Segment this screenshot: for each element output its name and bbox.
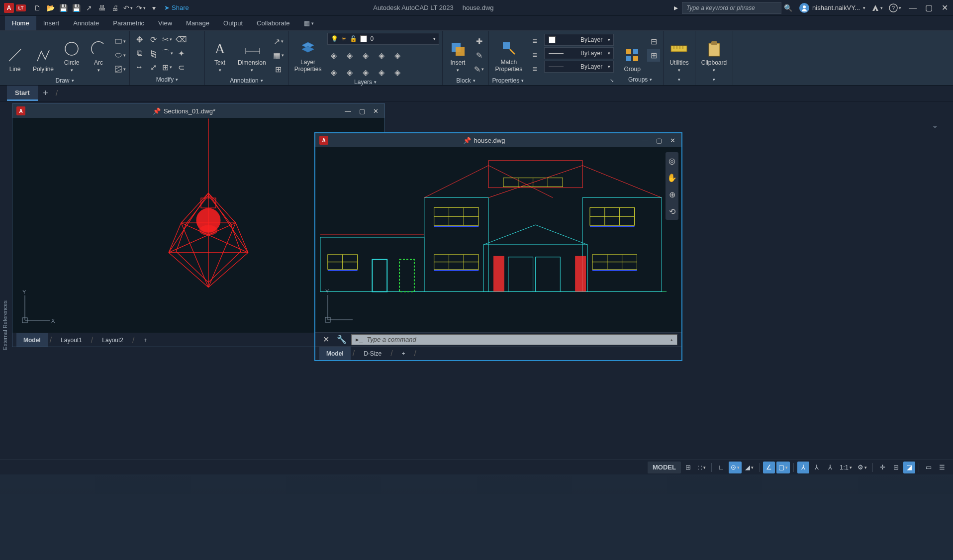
sb-iso-icon[interactable]: ◢ <box>743 462 756 473</box>
array-icon[interactable]: ⊞ <box>161 61 174 74</box>
undo-icon[interactable]: ↶ <box>121 1 134 14</box>
polyline-button[interactable]: Polyline <box>30 33 57 74</box>
tab-home[interactable]: Home <box>5 16 36 30</box>
sb-snap-icon[interactable]: ⸬ <box>696 462 708 473</box>
saveas-icon[interactable]: 💾 <box>70 1 83 14</box>
sb-polar-icon[interactable]: ⊙ <box>729 462 742 473</box>
dimension-button[interactable]: Dimension ▾ <box>235 33 269 74</box>
layer-make-icon[interactable]: ◈ <box>391 49 404 62</box>
sb-ortho-icon[interactable]: ∟ <box>715 462 727 473</box>
panel-annotation-title[interactable]: Annotation ▾ <box>208 76 285 85</box>
sb-clean-icon[interactable]: ▭ <box>923 462 935 473</box>
edit-block-icon[interactable]: ✎ <box>473 49 485 62</box>
erase-icon[interactable]: ⌫ <box>175 33 188 46</box>
file-tab-add[interactable]: + <box>38 88 54 98</box>
layer-unlock-icon[interactable]: ◈ <box>359 66 372 79</box>
utilities-button[interactable]: Utilities ▾ <box>667 33 692 74</box>
doc-maximize-icon[interactable]: ▢ <box>654 137 664 144</box>
tab-collaborate[interactable]: Collaborate <box>250 16 297 30</box>
redo-icon[interactable]: ↷ <box>134 1 147 14</box>
layout-tab-layout1[interactable]: Layout1 <box>54 333 89 347</box>
insert-button[interactable]: Insert ▾ <box>446 33 470 74</box>
layer-lock-icon[interactable]: ◈ <box>359 49 372 62</box>
panel-clipboard-title[interactable]: ▾ <box>698 74 730 85</box>
sb-anno-icon[interactable]: ⅄ <box>797 462 809 473</box>
explode-icon[interactable]: ✦ <box>175 47 188 60</box>
panel-utilities-title[interactable]: ▾ <box>667 74 692 85</box>
web-icon[interactable]: ↗ <box>83 1 95 14</box>
file-tab-start[interactable]: Start <box>7 86 38 101</box>
sb-anno3-icon[interactable]: ⅄ <box>824 462 836 473</box>
nav-orbit-icon[interactable]: ⟲ <box>666 205 678 218</box>
layer-freeze-icon[interactable]: ◈ <box>343 49 356 62</box>
scale-icon[interactable]: ⤢ <box>147 61 160 74</box>
new-icon[interactable]: 🗋 <box>31 1 44 14</box>
command-input[interactable]: ▸_ Type a command ▴ <box>351 334 677 345</box>
sb-grid-icon[interactable]: ⊞ <box>682 462 694 473</box>
minimize-icon[interactable]: — <box>908 3 917 12</box>
doc-titlebar-sections[interactable]: A 📌Sections_01.dwg* — ▢ ✕ <box>12 104 384 118</box>
sb-otrack-icon[interactable]: ▢ <box>776 462 790 473</box>
layout-tab-model[interactable]: Model <box>16 333 48 347</box>
arc-button[interactable]: Arc ▾ <box>87 33 110 74</box>
tab-insert[interactable]: Insert <box>36 16 67 30</box>
open-icon[interactable]: 📂 <box>44 1 57 14</box>
nav-pan-icon[interactable]: ✋ <box>666 171 678 184</box>
group-edit-icon[interactable]: ⊞ <box>647 49 660 62</box>
maximize-icon[interactable]: ▢ <box>924 3 933 12</box>
sb-units-icon[interactable]: ⊞ <box>890 462 902 473</box>
tab-view[interactable]: View <box>151 16 179 30</box>
layout-tab-dsize[interactable]: D-Size <box>357 347 388 360</box>
layout-tab-layout2[interactable]: Layout2 <box>95 333 130 347</box>
sb-scale-button[interactable]: 1:1 <box>838 462 854 473</box>
layout-tab-model-house[interactable]: Model <box>319 347 351 360</box>
prop-icon-3[interactable]: ≡ <box>528 63 541 76</box>
line-button[interactable]: Line <box>3 33 27 74</box>
clipboard-button[interactable]: Clipboard ▾ <box>698 33 730 74</box>
table2-icon[interactable]: ⊞ <box>272 63 285 76</box>
create-block-icon[interactable]: ✚ <box>473 35 485 48</box>
plot-icon[interactable]: 🖶 <box>95 1 108 14</box>
panel-modify-title[interactable]: Modify ▾ <box>133 74 201 85</box>
cmd-wrench-icon[interactable]: 🔧 <box>335 333 348 346</box>
sb-model-button[interactable]: MODEL <box>648 462 681 473</box>
layer-thaw-icon[interactable]: ◈ <box>343 66 356 79</box>
layer-combo[interactable]: 💡 ☀ 🔓 0 ▾ <box>327 33 439 45</box>
ungroup-icon[interactable]: ⊟ <box>647 35 660 48</box>
layer-off-icon[interactable]: ◈ <box>327 49 340 62</box>
workspace-collapse-icon[interactable]: ⌄ <box>932 120 938 130</box>
canvas-house[interactable]: ◎ ✋ ⊕ ⟲ Y <box>315 147 681 332</box>
panel-layers-title[interactable]: Layers ▾ <box>291 79 440 86</box>
tab-featured[interactable]: ▦▾ <box>297 16 321 30</box>
layer-properties-button[interactable]: Layer Properties <box>291 33 325 74</box>
layer-on-icon[interactable]: ◈ <box>327 66 340 79</box>
doc-close-icon[interactable]: ✕ <box>371 107 381 115</box>
trim-icon[interactable]: ✂ <box>161 33 174 46</box>
doc-minimize-icon[interactable]: — <box>640 137 650 144</box>
text-button[interactable]: A Text ▾ <box>208 33 232 74</box>
qat-dropdown-icon[interactable]: ▾ <box>147 1 160 14</box>
layer-iso-icon[interactable]: ◈ <box>375 49 388 62</box>
search-icon[interactable]: 🔍 <box>781 1 794 14</box>
rectangle-icon[interactable] <box>113 35 126 48</box>
layout-tab-add-house[interactable]: + <box>395 347 412 360</box>
nav-wheel-icon[interactable]: ◎ <box>666 154 678 167</box>
sb-gear-icon[interactable]: ⚙ <box>856 462 869 473</box>
tab-parametric[interactable]: Parametric <box>106 16 151 30</box>
user-menu[interactable]: nishant.naikVY... ▾ <box>799 3 865 13</box>
stretch-icon[interactable]: ↔ <box>133 61 146 74</box>
search-input[interactable]: Type a keyword or phrase <box>682 2 781 14</box>
linetype-combo[interactable]: ByLayer <box>544 61 614 73</box>
leader-icon[interactable]: ↗ <box>272 35 285 48</box>
doc-titlebar-house[interactable]: A 📌house.dwg — ▢ ✕ <box>315 133 681 147</box>
share-button[interactable]: ➤ Share <box>160 4 193 11</box>
layout-tab-add[interactable]: + <box>136 333 154 347</box>
close-icon[interactable]: ✕ <box>940 3 949 12</box>
ellipse-icon[interactable] <box>113 49 126 62</box>
edit-attr-icon[interactable]: ✎ <box>473 63 485 76</box>
lineweight-combo[interactable]: ByLayer <box>544 47 614 59</box>
panel-block-title[interactable]: Block ▾ <box>446 76 485 85</box>
panel-properties-title[interactable]: Properties ▾ ↘ <box>492 76 614 85</box>
tab-annotate[interactable]: Annotate <box>66 16 106 30</box>
circle-button[interactable]: Circle ▾ <box>60 33 84 74</box>
